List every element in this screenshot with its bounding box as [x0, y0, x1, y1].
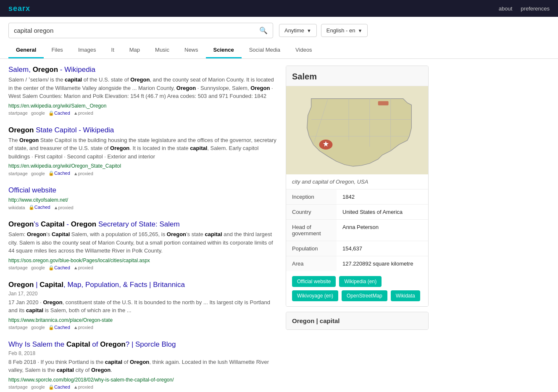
tab-map[interactable]: Map [122, 42, 147, 58]
result-title-link[interactable]: Oregon | Capital, Map, Population, & Fac… [8, 281, 277, 289]
result-url[interactable]: https://sos.oregon.gov/blue-book/Pages/l… [8, 258, 150, 263]
logo: searx [8, 4, 30, 13]
search-box: 🔍 [8, 23, 273, 38]
table-row: Population 154,637 [286, 241, 428, 256]
cached-link[interactable]: 🔒Cached [48, 110, 70, 116]
source-proxied: ▲proxied [74, 384, 93, 389]
source-proxied: ▲proxied [54, 205, 74, 210]
result-sources: wikidata 🔒Cached ▲proxied [8, 205, 277, 210]
info-box: Salem [286, 66, 429, 392]
header: searx about preferences [0, 0, 558, 17]
chevron-down-icon: ▼ [358, 28, 363, 33]
tab-science[interactable]: Science [206, 42, 242, 58]
tab-general[interactable]: General [8, 42, 44, 58]
search-button[interactable]: 🔍 [259, 26, 268, 34]
source-proxied: ▲proxied [74, 325, 93, 330]
infobox-subtitle: city and capital of Oregon, USA [286, 174, 428, 189]
second-infobox-card: Oregon | capital [286, 312, 429, 330]
filter-dropdowns: Anytime ▼ English - en ▼ [279, 24, 368, 37]
source-google: google [31, 325, 45, 330]
table-row: Inception 1842 [286, 189, 428, 205]
lang-filter-dropdown[interactable]: English - en ▼ [321, 24, 368, 37]
fact-label: Inception [286, 189, 337, 205]
result-sources: startpage google 🔒Cached ▲proxied [8, 110, 277, 116]
search-area: 🔍 Anytime ▼ English - en ▼ [0, 17, 558, 38]
source-startpage: startpage [8, 325, 28, 330]
result-url[interactable]: https://en.wikipedia.org/wiki/Salem,_Ore… [8, 103, 106, 109]
cached-link[interactable]: 🔒Cached [48, 171, 70, 176]
result-title-link[interactable]: Oregon's Capital - Oregon Secretary of S… [8, 220, 277, 229]
cached-link[interactable]: 🔒Cached [48, 384, 70, 390]
infobox-link-official-website[interactable]: Official website [292, 276, 336, 287]
table-row: Area 127.220892 square kilometre [286, 256, 428, 271]
infobox-links: Official website Wikipedia (en) Wikivoya… [286, 271, 428, 306]
fact-value: 127.220892 square kilometre [337, 256, 428, 271]
source-google: google [31, 171, 45, 176]
fact-label: Area [286, 256, 337, 271]
result-sources: startpage google 🔒Cached ▲proxied [8, 384, 277, 390]
results-list: Salem, Oregon - Wikipedia Salem / ˈseɪlə… [8, 66, 277, 392]
tab-news[interactable]: News [177, 42, 206, 58]
search-input[interactable] [14, 27, 259, 34]
result-date: Jan 17, 2020 [8, 291, 277, 297]
tabs-nav: General Files Images It Map Music News S… [0, 42, 558, 59]
cached-link[interactable]: 🔒Cached [29, 205, 50, 210]
svg-rect-9 [378, 101, 389, 105]
source-startpage: startpage [8, 265, 28, 270]
result-item: Oregon State Capitol - Wikipedia The Ore… [8, 126, 277, 176]
time-filter-dropdown[interactable]: Anytime ▼ [279, 24, 317, 37]
result-url[interactable]: https://www.britannica.com/place/Oregon-… [8, 317, 113, 323]
tab-videos[interactable]: Videos [288, 42, 320, 58]
source-google: google [31, 110, 45, 116]
main-content: Salem, Oregon - Wikipedia Salem / ˈseɪlə… [0, 59, 558, 392]
result-snippet: The Oregon State Capitol is the building… [8, 136, 277, 161]
infobox-link-wikipedia[interactable]: Wikipedia (en) [339, 276, 382, 287]
fact-value: 1842 [337, 189, 428, 205]
preferences-link[interactable]: preferences [521, 5, 550, 12]
fact-label: Country [286, 205, 337, 220]
result-sources: startpage google 🔒Cached ▲proxied [8, 325, 277, 330]
result-snippet: Salem: Oregon's Capital Salem, with a po… [8, 230, 277, 255]
result-snippet: 8 Feb 2018 · If you think Portland is th… [8, 358, 277, 374]
result-snippet: Salem / ˈseɪləm/ is the capital of the U… [8, 76, 277, 100]
tab-files[interactable]: Files [44, 42, 70, 58]
tab-it[interactable]: It [104, 42, 122, 58]
search-icon: 🔍 [259, 27, 268, 34]
result-item: Why Is Salem the Capital of Oregon? | Sp… [8, 340, 277, 390]
result-title-link[interactable]: Oregon State Capitol - Wikipedia [8, 126, 277, 134]
infobox-link-wikivoyage[interactable]: Wikivoyage (en) [292, 290, 338, 301]
infobox-link-wikidata[interactable]: Wikidata [391, 290, 420, 301]
tab-images[interactable]: Images [71, 42, 104, 58]
result-item: Oregon's Capital - Oregon Secretary of S… [8, 220, 277, 271]
result-url[interactable]: https://www.sporcle.com/blog/2018/02/why… [8, 377, 174, 383]
source-proxied: ▲proxied [74, 110, 93, 116]
source-google: google [31, 265, 45, 270]
infobox-link-openstreetmap[interactable]: OpenStreetMap [342, 290, 387, 301]
tab-social-media[interactable]: Social Media [242, 42, 288, 58]
result-title-link[interactable]: Salem, Oregon - Wikipedia [8, 66, 277, 74]
time-filter-label: Anytime [284, 27, 304, 34]
fact-label: Population [286, 241, 337, 256]
chevron-down-icon: ▼ [307, 28, 311, 33]
source-wikidata: wikidata [8, 205, 25, 210]
result-url[interactable]: https://en.wikipedia.org/wiki/Oregon_Sta… [8, 163, 121, 169]
cached-link[interactable]: 🔒Cached [48, 325, 70, 330]
fact-value: 154,637 [337, 241, 428, 256]
fact-label: Head of government [286, 220, 337, 241]
fact-value: Anna Peterson [337, 220, 428, 241]
header-nav: about preferences [499, 5, 550, 12]
cached-link[interactable]: 🔒Cached [48, 265, 70, 271]
tab-music[interactable]: Music [147, 42, 177, 58]
infobox-map [286, 86, 428, 174]
about-link[interactable]: about [499, 5, 513, 12]
result-sources: startpage google 🔒Cached ▲proxied [8, 171, 277, 176]
source-proxied: ▲proxied [74, 171, 93, 176]
source-proxied: ▲proxied [74, 265, 93, 270]
result-item: Salem, Oregon - Wikipedia Salem / ˈseɪlə… [8, 66, 277, 116]
fact-value: United States of America [337, 205, 428, 220]
infobox-facts-table: Inception 1842 Country United States of … [286, 189, 428, 271]
result-url[interactable]: http://www.cityofsalem.net/ [8, 197, 68, 203]
source-startpage: startpage [8, 171, 28, 176]
result-title-link[interactable]: Why Is Salem the Capital of Oregon? | Sp… [8, 340, 277, 349]
result-title-link[interactable]: Official website [8, 186, 277, 195]
